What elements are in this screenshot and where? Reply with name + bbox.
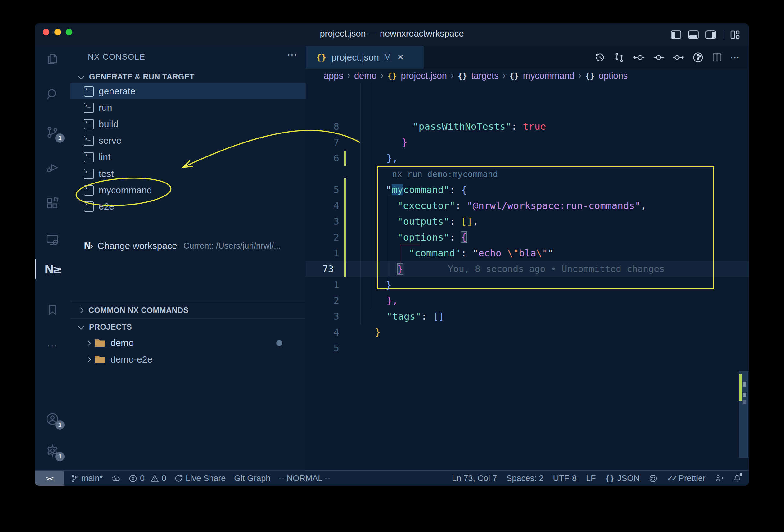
line-number: 6	[309, 150, 339, 166]
accounts-badge: 1	[55, 420, 64, 429]
accounts-icon[interactable]: 1	[35, 409, 70, 429]
section-generate-run-target[interactable]: GENERATE & RUN TARGET	[71, 68, 306, 85]
sidebar-header: NX CONSOLE ⋯	[71, 46, 306, 67]
compare-changes-icon[interactable]	[614, 52, 625, 63]
code-line: }	[397, 261, 403, 277]
project-item-demo[interactable]: demo	[71, 335, 306, 351]
target-label: run	[99, 103, 112, 113]
section-projects[interactable]: PROJECTS	[71, 318, 306, 335]
folder-icon	[94, 338, 106, 347]
next-change-icon[interactable]	[673, 52, 684, 63]
target-item-build[interactable]: ›_ build	[71, 116, 306, 132]
live-share-icon	[175, 474, 183, 482]
prettier-status[interactable]: ✓✓ Prettier	[667, 473, 705, 483]
activity-bar: 1 N≥ ⋯ 1 1	[35, 46, 71, 470]
live-share-button[interactable]: Live Share	[175, 474, 226, 483]
run-debug-icon[interactable]	[35, 158, 70, 177]
more-views-icon[interactable]: ⋯	[35, 336, 70, 355]
gitlens-graph-icon[interactable]	[693, 52, 704, 63]
target-item-test[interactable]: ›_ test	[71, 166, 306, 182]
previous-change-icon[interactable]	[633, 52, 645, 63]
sidebar-title: NX CONSOLE	[88, 52, 145, 62]
git-graph-button[interactable]: Git Graph	[234, 474, 270, 483]
nx-console-icon[interactable]: N≥	[35, 259, 70, 279]
terminal-icon: ›_	[84, 169, 94, 179]
source-control-icon[interactable]: 1	[35, 122, 70, 142]
branch-name: main*	[81, 474, 103, 483]
sync-status[interactable]	[111, 474, 120, 482]
code-line: }	[402, 134, 408, 150]
breadcrumb-item-demo[interactable]: demo	[354, 71, 377, 81]
feedback-smiley-icon[interactable]	[649, 474, 657, 483]
bookmarks-icon[interactable]	[35, 300, 70, 320]
cursor-position[interactable]: Ln 73, Col 7	[452, 474, 497, 483]
split-editor-icon[interactable]	[712, 52, 722, 63]
target-label: lint	[99, 152, 111, 162]
language-mode[interactable]: {} JSON	[605, 474, 640, 483]
target-label: serve	[99, 135, 121, 146]
breadcrumb-item-apps[interactable]: apps	[324, 71, 343, 81]
error-count: 0	[140, 474, 145, 483]
settings-gear-icon[interactable]: 1	[35, 441, 70, 460]
target-item-run[interactable]: ›_ run	[71, 100, 306, 116]
extensions-icon[interactable]	[35, 193, 70, 213]
code-token: \"	[536, 247, 548, 258]
branch-status[interactable]: main*	[71, 474, 103, 483]
toggle-panel-icon[interactable]	[688, 30, 699, 39]
code-token: "tags"	[386, 311, 421, 322]
search-icon[interactable]	[35, 84, 70, 104]
notification-dot	[739, 473, 743, 476]
target-item-generate[interactable]: ›_ generate	[71, 83, 306, 99]
section-common-nx-commands[interactable]: COMMON NX COMMANDS	[71, 302, 306, 318]
toggle-sidebar-right-icon[interactable]	[705, 30, 716, 39]
sidebar-more-icon[interactable]: ⋯	[287, 49, 298, 61]
line-number: 2	[309, 293, 339, 309]
breadcrumb-item-project-json[interactable]: project.json	[401, 71, 447, 81]
remote-explorer-icon[interactable]	[35, 230, 70, 250]
notifications-bell-icon[interactable]	[733, 474, 741, 483]
toggle-sidebar-left-icon[interactable]	[671, 30, 681, 39]
target-item-e2e[interactable]: ›_ e2e	[71, 198, 306, 215]
code-token: "@nrwl/workspace:run-commands"	[467, 200, 641, 211]
breadcrumb-item-targets[interactable]: targets	[471, 71, 499, 81]
person-session-icon[interactable]	[715, 474, 724, 483]
json-icon: {}	[605, 474, 615, 483]
code-token: :	[449, 231, 461, 243]
customize-layout-icon[interactable]	[730, 30, 739, 39]
target-item-serve[interactable]: ›_ serve	[71, 133, 306, 149]
line-number: 8	[309, 118, 339, 134]
eol-status[interactable]: LF	[586, 474, 596, 483]
terminal-icon: ›_	[84, 119, 94, 130]
indentation-status[interactable]: Spaces: 2	[506, 474, 544, 483]
status-bar: >< main* 0 0 Live Share Git Graph	[35, 470, 749, 486]
chevron-right-icon	[85, 340, 91, 346]
code-token: command"	[403, 184, 449, 195]
overview-ruler-added	[739, 374, 742, 401]
vim-mode-label: -- NORMAL --	[279, 474, 330, 483]
current-change-icon[interactable]	[653, 52, 665, 63]
error-icon	[129, 474, 137, 483]
encoding-status[interactable]: UTF-8	[553, 474, 577, 483]
breadcrumb-item-options[interactable]: options	[599, 71, 628, 81]
code-area[interactable]: 8"passWithNoTests": true7}6},nx run demo…	[306, 83, 749, 462]
code-token: "command"	[409, 247, 461, 258]
live-share-label: Live Share	[186, 474, 226, 483]
more-actions-icon[interactable]: ⋯	[730, 52, 740, 63]
tab-close-icon[interactable]: ✕	[397, 52, 404, 62]
problems-status[interactable]: 0 0	[129, 474, 166, 483]
line-number: 1	[309, 277, 339, 293]
remote-indicator[interactable]: ><	[35, 471, 64, 486]
code-token: :	[449, 184, 461, 195]
target-item-mycommand[interactable]: ›_ mycommand	[71, 182, 306, 198]
project-item-demo-e2e[interactable]: demo-e2e	[71, 352, 306, 367]
target-item-lint[interactable]: ›_ lint	[71, 149, 306, 165]
change-workspace-item[interactable]: N› Change workspace Current: /Users/juri…	[71, 238, 306, 254]
tab-project-json[interactable]: {} project.json M ✕	[306, 46, 424, 68]
target-label: test	[99, 169, 114, 179]
breadcrumb-item-mycommand[interactable]: mycommand	[523, 71, 575, 81]
vim-mode-indicator[interactable]: -- NORMAL --	[279, 474, 330, 483]
line-number: 7	[309, 134, 339, 150]
explorer-icon[interactable]	[35, 48, 70, 68]
timeline-history-icon[interactable]	[594, 52, 606, 63]
breadcrumb-separator: ›	[503, 71, 506, 80]
